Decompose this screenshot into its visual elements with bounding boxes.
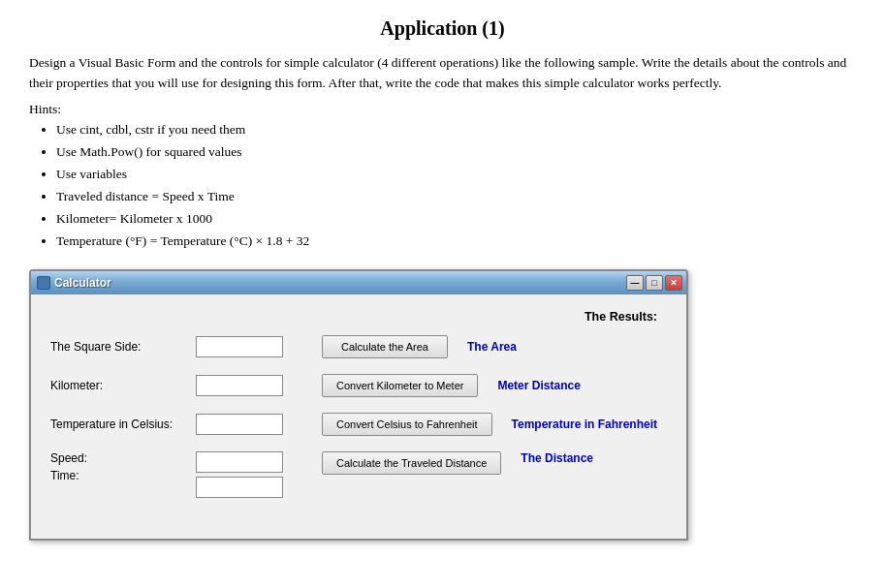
hint-item-4: Kilometer= Kilometer x 1000 <box>56 208 856 231</box>
calculate-area-button[interactable]: Calculate the Area <box>322 335 448 358</box>
square-row: The Square Side: Calculate the Area The … <box>50 335 667 358</box>
temperature-label: Temperature in Celsius: <box>50 418 186 431</box>
description-text: Design a Visual Basic Form and the contr… <box>29 53 856 94</box>
speed-label: Speed: <box>50 451 186 465</box>
titlebar-left: Calculator <box>37 276 111 290</box>
distance-btn-col: Calculate the Traveled Distance <box>322 451 501 475</box>
hint-item-3: Traveled distance = Speed x Time <box>56 186 856 208</box>
area-result: The Area <box>458 340 667 354</box>
calculate-distance-button[interactable]: Calculate the Traveled Distance <box>322 451 501 475</box>
window-title: Calculator <box>54 276 111 290</box>
hint-item-1: Use Math.Pow() for squared values <box>56 141 856 164</box>
kilometer-input-col <box>196 375 283 396</box>
titlebar-buttons: — □ ✕ <box>626 275 682 291</box>
results-header: The Results: <box>50 310 667 324</box>
kilometer-row: Kilometer: Convert Kilometer to Meter Me… <box>50 374 667 397</box>
distance-result: The Distance <box>511 451 667 465</box>
calculator-window: Calculator — □ ✕ The Results: The Square… <box>29 269 688 541</box>
square-input[interactable] <box>196 336 283 357</box>
convert-celsius-button[interactable]: Convert Celsius to Fahrenheit <box>322 413 492 436</box>
temperature-input-col <box>196 414 283 435</box>
square-label: The Square Side: <box>50 340 186 354</box>
page-title: Application (1) <box>29 17 856 40</box>
kilometer-label: Kilometer: <box>50 379 186 392</box>
hint-item-0: Use cint, cdbl, cstr if you need them <box>56 119 856 141</box>
square-btn-col: Calculate the Area <box>322 335 448 358</box>
kilometer-btn-col: Convert Kilometer to Meter <box>322 374 478 397</box>
temperature-row: Temperature in Celsius: Convert Celsius … <box>50 413 667 436</box>
hint-item-5: Temperature (°F) = Temperature (°C) × 1.… <box>56 231 856 253</box>
time-input[interactable] <box>196 477 283 498</box>
hint-item-2: Use variables <box>56 164 856 186</box>
close-button[interactable]: ✕ <box>665 275 682 291</box>
meter-result: Meter Distance <box>488 379 667 392</box>
hints-label: Hints: <box>29 102 856 117</box>
titlebar: Calculator — □ ✕ <box>31 271 686 294</box>
square-input-col <box>196 336 283 357</box>
speed-input[interactable] <box>196 451 283 473</box>
speed-row: Speed: Time: Calculate the Traveled Dist… <box>50 451 667 498</box>
hints-list: Use cint, cdbl, cstr if you need themUse… <box>56 119 856 253</box>
speed-time-labels: Speed: Time: <box>50 451 186 482</box>
window-icon <box>37 276 50 290</box>
convert-kilometer-button[interactable]: Convert Kilometer to Meter <box>322 374 478 397</box>
window-body: The Results: The Square Side: Calculate … <box>31 294 686 525</box>
maximize-button[interactable]: □ <box>646 275 663 291</box>
time-label: Time: <box>50 469 186 482</box>
minimize-button[interactable]: — <box>626 275 644 291</box>
fahrenheit-result: Temperature in Fahrenheit <box>502 418 667 431</box>
speed-time-inputs <box>196 451 283 498</box>
temperature-input[interactable] <box>196 414 283 435</box>
temperature-btn-col: Convert Celsius to Fahrenheit <box>322 413 492 436</box>
kilometer-input[interactable] <box>196 375 283 396</box>
